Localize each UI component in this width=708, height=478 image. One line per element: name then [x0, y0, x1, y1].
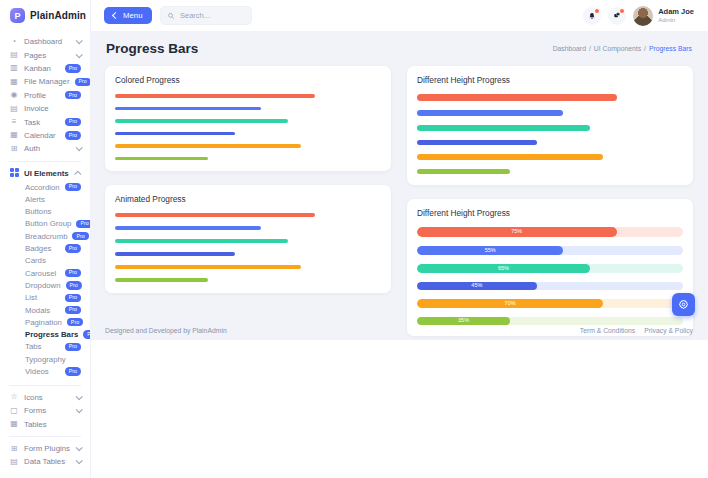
sidebar-item-videos[interactable]: VideosPro — [0, 365, 90, 377]
footer-links: Term & ConditionsPrivacy & Policy — [580, 327, 693, 334]
pro-badge: Pro — [65, 183, 81, 191]
sidebar-item-accordion[interactable]: AccordionPro — [0, 181, 90, 193]
chevron-down-icon — [76, 51, 83, 58]
progress-label: 55% — [485, 248, 496, 254]
sidebar-item-task[interactable]: ≡TaskPro — [0, 115, 90, 128]
sidebar-item-calendar[interactable]: ▦CalendarPro — [0, 129, 90, 142]
sidebar-item-breadcrumb[interactable]: BreadcrumbPro — [0, 230, 90, 242]
breadcrumb-item[interactable]: UI Components — [594, 45, 641, 52]
search-box[interactable] — [160, 6, 252, 25]
footer-link-term-conditions[interactable]: Term & Conditions — [580, 327, 636, 334]
sidebar-item-badges[interactable]: BadgesPro — [0, 242, 90, 254]
sidebar-item-icons[interactable]: ☆Icons — [0, 391, 90, 404]
progress-row — [115, 157, 381, 161]
main-area: Menu — [90, 0, 708, 478]
sidebar-item-alerts[interactable]: Alerts — [0, 193, 90, 205]
sidebar-item-buttons[interactable]: Buttons — [0, 206, 90, 218]
gear-icon — [678, 299, 689, 310]
footer: Designed and Developed by PlainAdmin Ter… — [105, 327, 693, 334]
sidebar-item-file-manager[interactable]: ▦File ManagerPro — [0, 75, 90, 88]
notifications-button[interactable] — [583, 7, 601, 25]
sidebar-item-label: List — [25, 293, 37, 302]
settings-fab-button[interactable] — [672, 293, 695, 316]
sidebar-item-kanban[interactable]: ▥KanbanPro — [0, 62, 90, 75]
sidebar-item-label: Tabs — [25, 342, 41, 351]
sidebar-item-profile[interactable]: ◉ProfilePro — [0, 89, 90, 102]
sidebar-item-label: Typography — [25, 355, 66, 364]
sidebar-item-label: Buttons — [25, 207, 51, 216]
card-title: Colored Progress — [115, 75, 381, 85]
menu-button[interactable]: Menu — [104, 7, 152, 24]
sidebar: P PlainAdmin ◔Dashboard▤Pages▥KanbanPro▦… — [0, 0, 91, 478]
progress-label: 35% — [458, 318, 469, 324]
sidebar-item-button-group[interactable]: Button GroupPro — [0, 218, 90, 230]
sidebar-item-typography[interactable]: Typography — [0, 353, 90, 365]
progress-bar: 65% — [417, 264, 590, 273]
sidebar-group: ☆Icons▢Forms▦Tables — [0, 391, 90, 431]
sidebar-item-label: Pagination — [25, 318, 62, 327]
sidebar-item-carousel[interactable]: CarouselPro — [0, 267, 90, 279]
sidebar-item-label: Progress Bars — [25, 330, 78, 339]
progress-bar: 75% — [417, 227, 617, 237]
pro-badge: Pro — [65, 269, 81, 277]
sidebar-item-cards[interactable]: Cards — [0, 255, 90, 267]
progress-bar: 45% — [417, 282, 537, 290]
sidebar-item-label: Tables — [24, 420, 47, 429]
sidebar-item-pagination[interactable]: PaginationPro — [0, 316, 90, 328]
progress-bar — [115, 265, 301, 269]
progress-row — [115, 94, 381, 98]
sidebar-item-forms[interactable]: ▢Forms — [0, 404, 90, 417]
progress-row: 45% — [417, 282, 683, 290]
user-name: Adam Joe — [658, 7, 694, 16]
brand-logo[interactable]: P PlainAdmin — [0, 0, 90, 28]
progress-row — [417, 94, 683, 101]
sidebar-item-tabs[interactable]: TabsPro — [0, 341, 90, 353]
sidebar-item-form-plugins[interactable]: ⊞Form Plugins — [0, 442, 90, 455]
messages-button[interactable] — [608, 7, 626, 25]
message-dot — [619, 8, 625, 14]
pro-badge: Pro — [76, 220, 91, 228]
pro-badge: Pro — [65, 131, 81, 139]
breadcrumb-item[interactable]: Progress Bars — [649, 45, 692, 52]
sidebar-item-list[interactable]: ListPro — [0, 292, 90, 304]
breadcrumb-item[interactable]: Dashboard — [553, 45, 586, 52]
sidebar-item-dashboard[interactable]: ◔Dashboard — [0, 35, 90, 48]
card-title: Different Height Progress — [417, 208, 683, 218]
profile-icon: ◉ — [9, 91, 19, 99]
sidebar-item-invoice[interactable]: ▤Invoice — [0, 102, 90, 115]
data-tables-icon: ▤ — [9, 458, 19, 466]
sidebar-item-auth[interactable]: ⊞Auth — [0, 142, 90, 155]
sidebar-item-label: Badges — [25, 244, 51, 253]
sidebar-item-tables[interactable]: ▦Tables — [0, 417, 90, 430]
sidebar-item-label: Button Group — [25, 219, 71, 228]
progress-bar — [115, 252, 235, 256]
avatar — [633, 6, 653, 26]
search-input[interactable] — [178, 10, 244, 21]
breadcrumb-separator: / — [589, 45, 591, 52]
progress-row: 65% — [417, 264, 683, 273]
sidebar-item-label: UI Elements — [24, 169, 69, 178]
footer-link-privacy-policy[interactable]: Privacy & Policy — [644, 327, 693, 334]
sidebar-item-label: Videos — [25, 367, 49, 376]
card-colored-progress: Colored Progress — [105, 66, 391, 171]
sidebar-item-modals[interactable]: ModalsPro — [0, 304, 90, 316]
sidebar-item-pages[interactable]: ▤Pages — [0, 48, 90, 61]
sidebar-item-dropdown[interactable]: DropdownPro — [0, 279, 90, 291]
sidebar-divider — [9, 436, 81, 437]
progress-row — [417, 154, 683, 160]
chevron-down-icon — [76, 37, 83, 44]
progress-bar: 55% — [417, 246, 563, 255]
sidebar-nav: ◔Dashboard▤Pages▥KanbanPro▦File ManagerP… — [0, 28, 90, 469]
sidebar-item-ui-elements[interactable]: UI Elements — [0, 167, 90, 180]
progress-track: 45% — [417, 282, 683, 290]
icons-icon: ☆ — [9, 393, 19, 401]
breadcrumb: Dashboard/UI Components/Progress Bars — [553, 45, 692, 52]
pro-badge: Pro — [65, 343, 81, 351]
progress-label: 70% — [505, 301, 516, 307]
sidebar-item-progress-bars[interactable]: Progress BarsPro — [0, 328, 90, 340]
progress-row — [417, 125, 683, 131]
progress-row: 35% — [417, 317, 683, 325]
sidebar-item-data-tables[interactable]: ▤Data Tables — [0, 455, 90, 468]
user-menu[interactable]: Adam Joe Admin — [633, 6, 694, 26]
brand-name: PlainAdmin — [30, 10, 86, 21]
